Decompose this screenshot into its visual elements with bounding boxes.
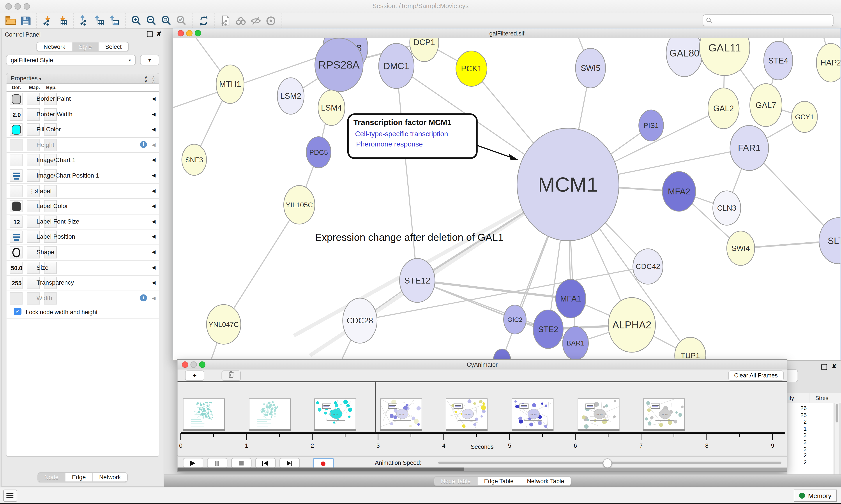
style-options-button[interactable]: ▼	[140, 55, 159, 66]
network-node-RPS28A[interactable]: RPS28A	[315, 38, 363, 92]
show-details-button[interactable]	[263, 14, 279, 28]
property-row-label-color[interactable]: Label Color◀	[6, 199, 159, 214]
network-node-MCM1[interactable]: MCM1	[517, 128, 619, 240]
pause-button[interactable]	[207, 458, 227, 468]
hide-details-button[interactable]	[248, 14, 264, 28]
import-table-button[interactable]	[55, 14, 70, 28]
search-field[interactable]	[702, 15, 834, 26]
expand-property-icon[interactable]: ◀	[152, 265, 156, 270]
export-image-button[interactable]	[107, 14, 122, 28]
property-row-label-position[interactable]: Label Position◀	[6, 230, 159, 245]
network-node-DCP1[interactable]: DCP1	[410, 38, 439, 62]
tab-network-table[interactable]: Network Table	[521, 476, 571, 485]
expand-property-icon[interactable]: ◀	[152, 127, 156, 132]
stop-button[interactable]	[231, 458, 252, 468]
network-node-MTH1[interactable]: MTH1	[216, 65, 244, 103]
table-cell[interactable]: 2	[788, 445, 807, 452]
annotation-box[interactable]: Transcription factor MCM1Cell-type-speci…	[348, 114, 518, 161]
property-row-image-chart-position-1[interactable]: Image/Chart Position 1◀	[6, 168, 159, 184]
close-panel-icon[interactable]: ✘	[157, 31, 162, 38]
float-panel-icon[interactable]	[147, 31, 153, 37]
tab-node[interactable]: Node	[38, 473, 66, 482]
network-node-GAL7[interactable]: GAL7	[750, 84, 782, 127]
table-cell[interactable]: 2	[788, 459, 807, 465]
network-node-DMC1[interactable]: DMC1	[379, 43, 414, 88]
network-node-HAP2[interactable]: HAP2	[816, 43, 840, 82]
refresh-layout-button[interactable]	[196, 14, 211, 28]
expand-property-icon[interactable]: ◀	[152, 249, 156, 255]
clear-all-frames-button[interactable]: Clear All Frames	[728, 371, 784, 381]
property-row-border-paint[interactable]: Border Paint◀	[6, 92, 159, 107]
expand-property-icon[interactable]: ◀	[152, 111, 156, 116]
collapse-all-icon[interactable]: ∧∧	[152, 75, 155, 83]
property-row-label[interactable]: ⋮›Label◀	[6, 184, 159, 199]
table-cell[interactable]: 2	[788, 432, 807, 438]
zoom-in-button[interactable]	[129, 14, 144, 28]
info-icon[interactable]: i	[140, 141, 147, 148]
add-frame-button[interactable]: +	[185, 371, 204, 381]
network-node-MFA2[interactable]: MFA2	[662, 172, 696, 211]
expand-property-icon[interactable]: ◀	[152, 96, 156, 101]
network-window-titlebar[interactable]: galFiltered.sif	[173, 29, 841, 39]
network-node-GAL11[interactable]: GAL11	[699, 38, 750, 75]
network-edge[interactable]	[223, 205, 299, 324]
tab-edge[interactable]: Edge	[66, 473, 93, 482]
zoom-out-button[interactable]	[144, 14, 159, 28]
network-node-GAL2[interactable]: GAL2	[708, 88, 739, 129]
frame-thumbnail-3[interactable]: MCM1	[380, 398, 422, 430]
network-node-STE2[interactable]: STE2	[533, 310, 563, 348]
network-node-PCK1[interactable]: PCK1	[456, 51, 487, 87]
float-table-icon[interactable]	[821, 364, 827, 370]
tab-style[interactable]: Style	[72, 42, 99, 51]
network-node-SWI4[interactable]: SWI4	[727, 231, 754, 266]
style-dropdown[interactable]: galFiltered Style ▾	[6, 55, 136, 66]
delete-frame-button[interactable]	[221, 371, 241, 381]
network-node-YNL047C[interactable]: YNL047C	[207, 305, 241, 344]
network-node-BAR1[interactable]: BAR1	[562, 326, 589, 360]
color-swatch[interactable]	[12, 202, 21, 211]
frame-thumbnail-7[interactable]: MCM1	[643, 398, 685, 430]
network-node-STE4[interactable]: STE4	[764, 41, 793, 80]
expand-property-icon[interactable]: ◀	[152, 219, 156, 224]
table-cell[interactable]: 1	[788, 425, 807, 432]
network-node-PIS1[interactable]: PIS1	[639, 110, 664, 141]
expand-property-icon[interactable]: ◀	[152, 173, 156, 178]
network-node-N1[interactable]	[494, 349, 511, 360]
expand-property-icon[interactable]: ◀	[152, 142, 156, 147]
expand-property-icon[interactable]: ◀	[152, 188, 156, 193]
network-file-button[interactable]	[218, 14, 233, 28]
frame-thumbnail-4[interactable]: MCM1	[446, 398, 488, 430]
frame-thumbnail-5[interactable]: MCM1	[512, 398, 553, 430]
annotation-link[interactable]: Pheromone response	[356, 140, 423, 148]
info-icon[interactable]: i	[140, 294, 147, 301]
network-canvas[interactable]: RPS28BDCP1RPS28ADMC1PCK1MTH1LSM2LSM4SNF3…	[173, 38, 841, 360]
column-header[interactable]: ity	[788, 395, 794, 401]
table-cell[interactable]: 25	[788, 412, 807, 418]
table-cell[interactable]: 2	[788, 418, 807, 425]
tab-network[interactable]: Network	[37, 42, 72, 51]
search-network-button[interactable]	[233, 14, 248, 28]
save-session-button[interactable]	[18, 14, 33, 28]
network-node-SNF3[interactable]: SNF3	[182, 144, 207, 175]
property-row-fill-color[interactable]: Fill Color◀	[6, 122, 159, 138]
zoom-fit-button[interactable]	[159, 14, 174, 28]
network-node-CDC42[interactable]: CDC42	[633, 249, 663, 284]
network-node-GAL80[interactable]: GAL80	[666, 38, 703, 77]
frame-thumbnail-2[interactable]: MCM1	[315, 398, 356, 430]
network-node-PDC5[interactable]: PDC5	[306, 137, 331, 168]
network-node-LSM2[interactable]: LSM2	[277, 78, 304, 114]
network-node-GIC2[interactable]: GIC2	[504, 305, 526, 334]
network-edge[interactable]	[396, 66, 417, 281]
slider-thumb[interactable]	[603, 458, 612, 468]
network-node-CLN3[interactable]: CLN3	[713, 191, 741, 225]
expand-property-icon[interactable]: ◀	[152, 280, 156, 285]
property-row-transparency[interactable]: 255Transparency◀	[6, 276, 159, 291]
cyanimator-titlebar[interactable]: CyAnimator	[178, 360, 787, 370]
table-scrollbar[interactable]	[835, 403, 840, 484]
network-node-MFA1[interactable]: MFA1	[556, 280, 586, 318]
property-row-shape[interactable]: Shape◀	[6, 245, 159, 260]
property-row-image-chart-1[interactable]: Image/Chart 1◀	[6, 153, 159, 168]
network-node-SWI5[interactable]: SWI5	[576, 48, 606, 88]
memory-button[interactable]: Memory	[794, 489, 837, 502]
table-cell[interactable]: 2	[788, 438, 807, 445]
